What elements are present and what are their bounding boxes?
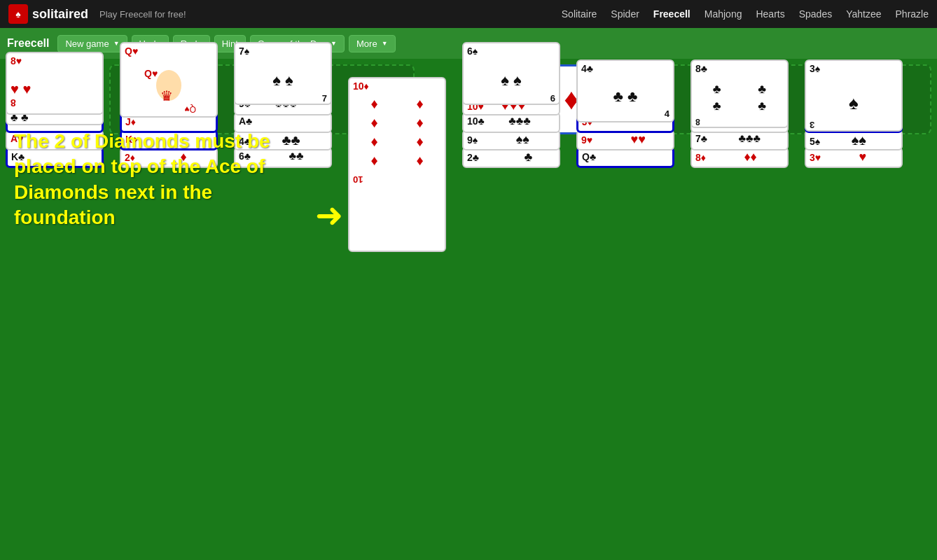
column-8: 3♥ ♥ 5♠ ♠♠ K♠ 9♦ ♦♦ 5♦ ♦ (805, 147, 913, 427)
column-7: 8♦ ♦♦ 7♣ ♣♣♣ 5♥ ♥♥ 5♣ ♣♣ 3♣ ♣ (690, 147, 799, 427)
tagline: Play Freecell for free! (99, 9, 186, 20)
freecell-label: Freecell (7, 37, 49, 50)
hint-message: The 2 of Diamonds must be placed on top … (14, 129, 294, 231)
hint-arrow: ➜ (315, 195, 343, 234)
card-4-clubs-c6[interactable]: 4♣ ♣ ♣ 4 (576, 59, 674, 122)
card-10-diamonds[interactable]: 10♦ ♦♦ ♦♦ ♦♦ ♦♦ 10 (348, 77, 446, 252)
logo-text: solitaired (32, 7, 88, 22)
card-q-hearts[interactable]: Q♥ Q♥ ♛ Q♥ (120, 42, 218, 118)
nav-yahtzee[interactable]: Yahtzee (846, 8, 881, 20)
nav-mahjong[interactable]: Mahjong (705, 8, 742, 20)
card-7-spades[interactable]: 7♠ ♠ ♠ 7 (234, 42, 332, 105)
card-3-spades[interactable]: 3♠ ♠ 3 (805, 59, 903, 132)
column-6: Q♣ 9♥ ♥♥ J♦ A♠ 10♠ ♠♠♠ 4♣ ♣ ♣ (576, 147, 685, 427)
nav-hearts[interactable]: Hearts (756, 8, 784, 20)
card-8-clubs-c7[interactable]: 8♣ ♣♣ ♣♣ 8 (690, 59, 789, 128)
nav: Solitaire Spider Freecell Mahjong Hearts… (562, 8, 929, 20)
card-6-spades-c5[interactable]: 6♠ ♠ ♠ 6 (462, 42, 560, 105)
logo: ♠ solitaired (8, 4, 88, 24)
new-game-button[interactable]: New game (57, 35, 127, 52)
nav-spades[interactable]: Spades (799, 8, 832, 20)
nav-phrazle[interactable]: Phrazle (896, 8, 929, 20)
column-5: 2♣ ♣ 9♠ ♠♠ 10♣ ♣♣♣ 10♥ ♥♥♥ 2♠ (462, 147, 571, 427)
svg-text:Q♥: Q♥ (185, 104, 196, 113)
svg-text:Q♥: Q♥ (144, 68, 158, 79)
svg-text:♛: ♛ (160, 88, 173, 104)
logo-icon: ♠ (8, 4, 28, 24)
nav-spider[interactable]: Spider (611, 8, 639, 20)
nav-freecell[interactable]: Freecell (653, 8, 690, 20)
header: ♠ solitaired Play Freecell for free! Sol… (0, 0, 937, 28)
more-button[interactable]: More (349, 35, 396, 52)
column-4: 4♦ ♦♦ 6♥ ♥♥♥ 4♥ ♥♥ Q♣ 10♦ ♦♦ (348, 147, 457, 427)
game-area: The 2 of Diamonds must be placed on top … (0, 59, 937, 560)
nav-solitaire[interactable]: Solitaire (562, 8, 597, 20)
card-8-hearts[interactable]: 8♥ ♥ ♥ 8 (6, 52, 104, 115)
